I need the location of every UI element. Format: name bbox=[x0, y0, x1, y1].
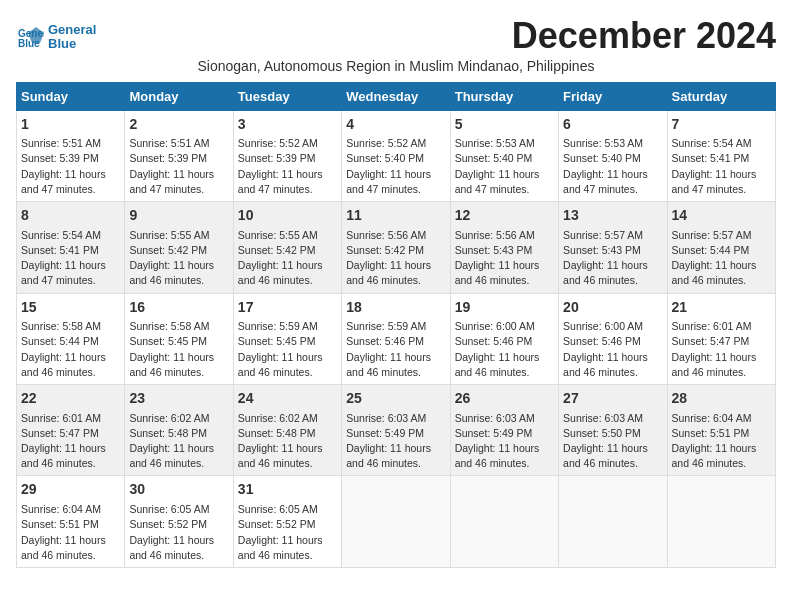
day-number: 1 bbox=[21, 115, 120, 135]
cell-content: Sunrise: 6:01 AMSunset: 5:47 PMDaylight:… bbox=[672, 319, 771, 380]
calendar-cell: 13Sunrise: 5:57 AMSunset: 5:43 PMDayligh… bbox=[559, 202, 667, 293]
calendar-header-wednesday: Wednesday bbox=[342, 82, 450, 110]
cell-content: Sunrise: 5:56 AMSunset: 5:42 PMDaylight:… bbox=[346, 228, 445, 289]
cell-content: Sunrise: 5:57 AMSunset: 5:43 PMDaylight:… bbox=[563, 228, 662, 289]
day-number: 19 bbox=[455, 298, 554, 318]
calendar-cell bbox=[342, 476, 450, 567]
calendar-cell: 30Sunrise: 6:05 AMSunset: 5:52 PMDayligh… bbox=[125, 476, 233, 567]
day-number: 24 bbox=[238, 389, 337, 409]
calendar-cell: 17Sunrise: 5:59 AMSunset: 5:45 PMDayligh… bbox=[233, 293, 341, 384]
day-number: 16 bbox=[129, 298, 228, 318]
calendar-week-row: 8Sunrise: 5:54 AMSunset: 5:41 PMDaylight… bbox=[17, 202, 776, 293]
day-number: 20 bbox=[563, 298, 662, 318]
calendar-subtitle: Sionogan, Autonomous Region in Muslim Mi… bbox=[16, 58, 776, 74]
calendar-cell: 3Sunrise: 5:52 AMSunset: 5:39 PMDaylight… bbox=[233, 110, 341, 201]
calendar-cell: 12Sunrise: 5:56 AMSunset: 5:43 PMDayligh… bbox=[450, 202, 558, 293]
cell-content: Sunrise: 5:56 AMSunset: 5:43 PMDaylight:… bbox=[455, 228, 554, 289]
calendar-cell: 9Sunrise: 5:55 AMSunset: 5:42 PMDaylight… bbox=[125, 202, 233, 293]
cell-content: Sunrise: 5:52 AMSunset: 5:40 PMDaylight:… bbox=[346, 136, 445, 197]
calendar-cell: 1Sunrise: 5:51 AMSunset: 5:39 PMDaylight… bbox=[17, 110, 125, 201]
day-number: 8 bbox=[21, 206, 120, 226]
day-number: 29 bbox=[21, 480, 120, 500]
cell-content: Sunrise: 6:02 AMSunset: 5:48 PMDaylight:… bbox=[129, 411, 228, 472]
logo-icon: General Blue bbox=[16, 23, 44, 51]
cell-content: Sunrise: 6:04 AMSunset: 5:51 PMDaylight:… bbox=[21, 502, 120, 563]
day-number: 5 bbox=[455, 115, 554, 135]
calendar-cell: 5Sunrise: 5:53 AMSunset: 5:40 PMDaylight… bbox=[450, 110, 558, 201]
cell-content: Sunrise: 6:05 AMSunset: 5:52 PMDaylight:… bbox=[129, 502, 228, 563]
cell-content: Sunrise: 5:54 AMSunset: 5:41 PMDaylight:… bbox=[21, 228, 120, 289]
day-number: 7 bbox=[672, 115, 771, 135]
calendar-week-row: 15Sunrise: 5:58 AMSunset: 5:44 PMDayligh… bbox=[17, 293, 776, 384]
day-number: 31 bbox=[238, 480, 337, 500]
calendar-cell: 28Sunrise: 6:04 AMSunset: 5:51 PMDayligh… bbox=[667, 385, 775, 476]
day-number: 22 bbox=[21, 389, 120, 409]
calendar-week-row: 29Sunrise: 6:04 AMSunset: 5:51 PMDayligh… bbox=[17, 476, 776, 567]
calendar-cell: 11Sunrise: 5:56 AMSunset: 5:42 PMDayligh… bbox=[342, 202, 450, 293]
calendar-cell: 27Sunrise: 6:03 AMSunset: 5:50 PMDayligh… bbox=[559, 385, 667, 476]
calendar-cell: 25Sunrise: 6:03 AMSunset: 5:49 PMDayligh… bbox=[342, 385, 450, 476]
calendar-header-monday: Monday bbox=[125, 82, 233, 110]
calendar-cell: 15Sunrise: 5:58 AMSunset: 5:44 PMDayligh… bbox=[17, 293, 125, 384]
calendar-cell: 4Sunrise: 5:52 AMSunset: 5:40 PMDaylight… bbox=[342, 110, 450, 201]
cell-content: Sunrise: 6:01 AMSunset: 5:47 PMDaylight:… bbox=[21, 411, 120, 472]
calendar-cell: 31Sunrise: 6:05 AMSunset: 5:52 PMDayligh… bbox=[233, 476, 341, 567]
day-number: 25 bbox=[346, 389, 445, 409]
calendar-cell: 16Sunrise: 5:58 AMSunset: 5:45 PMDayligh… bbox=[125, 293, 233, 384]
cell-content: Sunrise: 6:02 AMSunset: 5:48 PMDaylight:… bbox=[238, 411, 337, 472]
day-number: 17 bbox=[238, 298, 337, 318]
calendar-cell bbox=[559, 476, 667, 567]
day-number: 23 bbox=[129, 389, 228, 409]
cell-content: Sunrise: 6:03 AMSunset: 5:49 PMDaylight:… bbox=[455, 411, 554, 472]
logo-text-line2: Blue bbox=[48, 37, 96, 51]
calendar-header-sunday: Sunday bbox=[17, 82, 125, 110]
cell-content: Sunrise: 6:03 AMSunset: 5:50 PMDaylight:… bbox=[563, 411, 662, 472]
calendar-cell: 23Sunrise: 6:02 AMSunset: 5:48 PMDayligh… bbox=[125, 385, 233, 476]
day-number: 4 bbox=[346, 115, 445, 135]
day-number: 18 bbox=[346, 298, 445, 318]
day-number: 28 bbox=[672, 389, 771, 409]
day-number: 3 bbox=[238, 115, 337, 135]
calendar-week-row: 22Sunrise: 6:01 AMSunset: 5:47 PMDayligh… bbox=[17, 385, 776, 476]
cell-content: Sunrise: 6:03 AMSunset: 5:49 PMDaylight:… bbox=[346, 411, 445, 472]
cell-content: Sunrise: 5:58 AMSunset: 5:44 PMDaylight:… bbox=[21, 319, 120, 380]
cell-content: Sunrise: 5:54 AMSunset: 5:41 PMDaylight:… bbox=[672, 136, 771, 197]
day-number: 12 bbox=[455, 206, 554, 226]
cell-content: Sunrise: 5:58 AMSunset: 5:45 PMDaylight:… bbox=[129, 319, 228, 380]
calendar-cell: 8Sunrise: 5:54 AMSunset: 5:41 PMDaylight… bbox=[17, 202, 125, 293]
calendar-header-saturday: Saturday bbox=[667, 82, 775, 110]
cell-content: Sunrise: 5:57 AMSunset: 5:44 PMDaylight:… bbox=[672, 228, 771, 289]
cell-content: Sunrise: 5:55 AMSunset: 5:42 PMDaylight:… bbox=[129, 228, 228, 289]
calendar-cell: 18Sunrise: 5:59 AMSunset: 5:46 PMDayligh… bbox=[342, 293, 450, 384]
day-number: 27 bbox=[563, 389, 662, 409]
cell-content: Sunrise: 5:52 AMSunset: 5:39 PMDaylight:… bbox=[238, 136, 337, 197]
day-number: 10 bbox=[238, 206, 337, 226]
cell-content: Sunrise: 5:51 AMSunset: 5:39 PMDaylight:… bbox=[21, 136, 120, 197]
day-number: 6 bbox=[563, 115, 662, 135]
day-number: 30 bbox=[129, 480, 228, 500]
calendar-cell: 26Sunrise: 6:03 AMSunset: 5:49 PMDayligh… bbox=[450, 385, 558, 476]
calendar-cell: 7Sunrise: 5:54 AMSunset: 5:41 PMDaylight… bbox=[667, 110, 775, 201]
calendar-cell: 29Sunrise: 6:04 AMSunset: 5:51 PMDayligh… bbox=[17, 476, 125, 567]
calendar-header-thursday: Thursday bbox=[450, 82, 558, 110]
cell-content: Sunrise: 6:05 AMSunset: 5:52 PMDaylight:… bbox=[238, 502, 337, 563]
cell-content: Sunrise: 5:59 AMSunset: 5:45 PMDaylight:… bbox=[238, 319, 337, 380]
calendar-cell: 21Sunrise: 6:01 AMSunset: 5:47 PMDayligh… bbox=[667, 293, 775, 384]
calendar-cell: 22Sunrise: 6:01 AMSunset: 5:47 PMDayligh… bbox=[17, 385, 125, 476]
calendar-table: SundayMondayTuesdayWednesdayThursdayFrid… bbox=[16, 82, 776, 568]
cell-content: Sunrise: 6:00 AMSunset: 5:46 PMDaylight:… bbox=[455, 319, 554, 380]
calendar-cell: 10Sunrise: 5:55 AMSunset: 5:42 PMDayligh… bbox=[233, 202, 341, 293]
calendar-cell: 2Sunrise: 5:51 AMSunset: 5:39 PMDaylight… bbox=[125, 110, 233, 201]
day-number: 15 bbox=[21, 298, 120, 318]
calendar-cell: 19Sunrise: 6:00 AMSunset: 5:46 PMDayligh… bbox=[450, 293, 558, 384]
calendar-header-tuesday: Tuesday bbox=[233, 82, 341, 110]
day-number: 14 bbox=[672, 206, 771, 226]
cell-content: Sunrise: 5:51 AMSunset: 5:39 PMDaylight:… bbox=[129, 136, 228, 197]
logo-text-line1: General bbox=[48, 23, 96, 37]
calendar-header-row: SundayMondayTuesdayWednesdayThursdayFrid… bbox=[17, 82, 776, 110]
cell-content: Sunrise: 5:53 AMSunset: 5:40 PMDaylight:… bbox=[455, 136, 554, 197]
calendar-body: 1Sunrise: 5:51 AMSunset: 5:39 PMDaylight… bbox=[17, 110, 776, 567]
day-number: 13 bbox=[563, 206, 662, 226]
day-number: 11 bbox=[346, 206, 445, 226]
calendar-cell: 20Sunrise: 6:00 AMSunset: 5:46 PMDayligh… bbox=[559, 293, 667, 384]
